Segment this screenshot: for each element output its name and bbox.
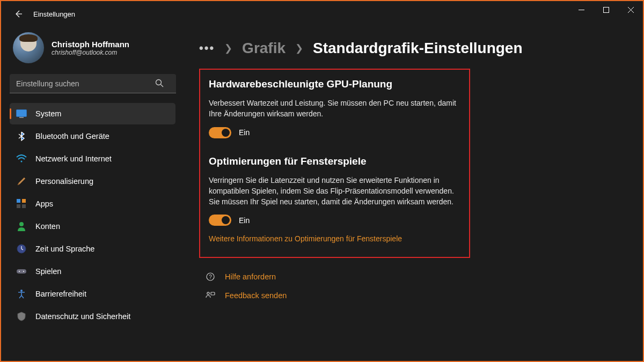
svg-rect-6 (22, 199, 26, 203)
gamepad-icon (16, 266, 27, 277)
account-icon (16, 221, 27, 232)
arrow-left-icon (14, 10, 23, 18)
close-icon (628, 7, 634, 13)
sidebar-item-label: Bluetooth und Geräte (35, 132, 109, 141)
avatar (13, 32, 44, 63)
titlebar: Einstellungen (1, 1, 643, 27)
svg-point-13 (23, 271, 24, 272)
sidebar-item-label: Konten (35, 222, 60, 231)
chevron-right-icon: ❯ (295, 42, 303, 54)
sidebar-item-label: Zeit und Sprache (35, 245, 94, 253)
svg-rect-8 (22, 204, 26, 208)
feedback-label: Feedback senden (225, 291, 287, 300)
search-wrap (10, 74, 175, 93)
apps-icon (16, 198, 27, 209)
sidebar-item-gaming[interactable]: Spielen (10, 261, 175, 282)
feedback-icon (206, 291, 215, 300)
windowed-opt-more-link[interactable]: Weitere Informationen zu Optimierungen f… (209, 234, 456, 243)
search-input[interactable] (10, 74, 176, 93)
sidebar-item-accessibility[interactable]: Barrierefreiheit (10, 283, 175, 305)
gpu-scheduling-desc: Verbessert Wartezeit und Leistung. Sie m… (209, 98, 456, 120)
windowed-opt-toggle[interactable] (209, 215, 231, 226)
help-link[interactable]: ? Hilfe anfordern (206, 272, 627, 282)
sidebar: Christoph Hoffmann chrishoff@outlook.com… (1, 27, 181, 362)
svg-rect-18 (211, 292, 215, 295)
svg-point-12 (19, 271, 20, 272)
search-icon (155, 79, 164, 89)
sidebar-item-time[interactable]: Zeit und Sprache (10, 238, 175, 260)
back-button[interactable] (10, 5, 27, 23)
content: ••• ❯ Grafik ❯ Standardgrafik-Einstellun… (181, 27, 643, 362)
sidebar-item-label: Personalisierung (35, 177, 93, 186)
gpu-scheduling-toggle-row: Ein (209, 127, 456, 138)
clock-icon (16, 243, 27, 254)
svg-point-1 (156, 80, 162, 85)
svg-point-17 (207, 292, 209, 294)
windowed-opt-title: Optimierungen für Fensterspiele (209, 156, 456, 167)
user-block[interactable]: Christoph Hoffmann chrishoff@outlook.com (10, 32, 175, 63)
svg-point-9 (19, 222, 24, 226)
sidebar-item-label: Spielen (35, 267, 61, 276)
svg-rect-0 (603, 7, 609, 12)
sidebar-item-bluetooth[interactable]: Bluetooth und Geräte (10, 125, 175, 147)
sidebar-item-label: System (35, 109, 61, 118)
nav: System Bluetooth und Geräte Netzwerk und… (10, 103, 175, 327)
sidebar-item-label: Barrierefreiheit (35, 290, 86, 298)
settings-panel: Hardwarebeschleunigte GPU-Planung Verbes… (199, 69, 470, 258)
sidebar-item-accounts[interactable]: Konten (10, 216, 175, 237)
maximize-button[interactable] (594, 1, 618, 18)
close-button[interactable] (618, 1, 643, 18)
sidebar-item-label: Datenschutz und Sicherheit (35, 312, 130, 321)
breadcrumb-parent[interactable]: Grafik (242, 40, 286, 57)
svg-rect-11 (17, 269, 26, 274)
minimize-button[interactable] (569, 1, 594, 18)
wifi-icon (16, 153, 27, 164)
windowed-opt-desc: Verringern Sie die Latenzzeit und nutzen… (209, 175, 456, 208)
gpu-scheduling-toggle-label: Ein (239, 128, 250, 137)
sidebar-item-personalization[interactable]: Personalisierung (10, 171, 175, 192)
svg-point-4 (21, 161, 23, 162)
help-label: Hilfe anfordern (225, 272, 276, 281)
svg-rect-7 (17, 204, 20, 208)
gpu-scheduling-title: Hardwarebeschleunigte GPU-Planung (209, 78, 456, 90)
svg-rect-5 (17, 199, 20, 203)
sidebar-item-network[interactable]: Netzwerk und Internet (10, 148, 175, 169)
brush-icon (16, 176, 27, 187)
sidebar-item-apps[interactable]: Apps (10, 193, 175, 215)
help-icon: ? (206, 272, 215, 282)
user-name: Christoph Hoffmann (52, 40, 129, 49)
feedback-link[interactable]: Feedback senden (206, 291, 627, 300)
page-title: Standardgrafik-Einstellungen (313, 40, 523, 57)
user-email: chrishoff@outlook.com (52, 49, 129, 56)
breadcrumb: ••• ❯ Grafik ❯ Standardgrafik-Einstellun… (199, 40, 627, 57)
system-icon (16, 108, 27, 119)
windowed-opt-toggle-label: Ein (239, 216, 250, 225)
maximize-icon (603, 7, 609, 13)
minimize-icon (579, 7, 584, 13)
svg-point-14 (20, 290, 23, 292)
footer-links: ? Hilfe anfordern Feedback senden (199, 272, 627, 300)
sidebar-item-label: Netzwerk und Internet (35, 154, 112, 163)
chevron-right-icon: ❯ (224, 42, 232, 54)
sidebar-item-label: Apps (35, 200, 53, 208)
window-controls (569, 1, 643, 23)
sidebar-item-privacy[interactable]: Datenschutz und Sicherheit (10, 306, 175, 327)
breadcrumb-ellipsis[interactable]: ••• (199, 41, 215, 55)
bluetooth-icon (16, 131, 27, 142)
svg-rect-2 (17, 110, 27, 117)
windowed-opt-toggle-row: Ein (209, 215, 456, 226)
sidebar-item-system[interactable]: System (10, 103, 175, 124)
window-title: Einstellungen (33, 10, 75, 18)
svg-text:?: ? (209, 274, 212, 280)
shield-icon (16, 311, 27, 322)
gpu-scheduling-toggle[interactable] (209, 127, 231, 138)
svg-rect-3 (19, 117, 24, 118)
accessibility-icon (16, 289, 27, 299)
